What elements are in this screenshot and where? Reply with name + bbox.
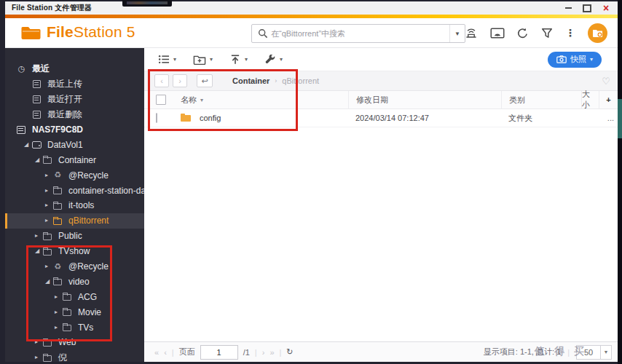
forward-button[interactable]: › (173, 74, 187, 87)
sidebar-item-label: 最近 (32, 63, 50, 75)
expand-arrow-icon[interactable]: ▸ (45, 202, 52, 208)
title-bar: File Station 文件管理器 × (5, 1, 618, 15)
table-header: 名称▾ 修改日期 类别 大小 + (144, 91, 618, 109)
refresh-icon[interactable] (517, 28, 529, 39)
recycle-icon: ♻ (52, 170, 63, 180)
row-checkbox[interactable] (156, 113, 157, 123)
collapse-arrow-icon[interactable]: ◢ (24, 142, 31, 148)
sidebar-item-tvshow[interactable]: ◢TVshow (5, 244, 144, 259)
row-checkbox-cell (144, 114, 176, 122)
sidebar-item-idx1[interactable]: 最近上传 (5, 76, 144, 92)
tools-button[interactable]: ▾ (259, 52, 288, 68)
search-input[interactable] (268, 29, 449, 38)
window-title: File Station 文件管理器 (12, 3, 92, 13)
column-header-modified[interactable]: 修改日期 (348, 91, 501, 108)
list-view-icon (158, 55, 170, 64)
sidebar-item-idx3[interactable]: 最近删除 (5, 107, 144, 122)
expand-arrow-icon[interactable]: ▸ (35, 339, 42, 345)
folder-icon (42, 232, 53, 241)
first-page-button[interactable]: « (154, 348, 159, 357)
sidebar-item-video[interactable]: ◢video (5, 274, 144, 289)
minimize-button[interactable] (564, 4, 572, 12)
sidebar-item-recycle[interactable]: ▸♻@Recycle (5, 167, 144, 183)
sidebar-item-it-tools[interactable]: ▸it-tools (5, 198, 144, 213)
header-icons: ⋮ (465, 18, 607, 47)
select-all-checkbox[interactable] (156, 95, 166, 105)
sidebar-item-tvs[interactable]: ▸TVs (5, 320, 144, 335)
sidebar-item-acg[interactable]: ▸ACG (5, 289, 144, 304)
column-header-type[interactable]: 类别 (501, 91, 581, 108)
add-column-button[interactable]: + (599, 91, 618, 108)
sidebar-item-label: Public (58, 231, 82, 241)
next-page-button[interactable]: › (262, 348, 265, 357)
expand-arrow-icon[interactable]: ▸ (55, 294, 62, 300)
sidebar-item-idx0[interactable]: ◷最近 (5, 61, 144, 76)
cast-to-screen-icon[interactable] (490, 28, 505, 39)
expand-arrow-icon[interactable]: ▸ (45, 188, 52, 194)
filter-icon[interactable] (541, 28, 553, 39)
status-bar: « ‹ | 页面 /1 | › » | ↻ 显示项目: 1-1, 总计: 1 | (144, 341, 618, 362)
sidebar-item-idx19[interactable]: ▸倪 (5, 350, 144, 362)
sidebar-item-label: @Recycle (68, 261, 109, 272)
up-level-button[interactable]: ↩ (197, 74, 213, 87)
new-folder-button[interactable]: ▾ (188, 52, 218, 68)
prev-page-button[interactable]: ‹ (164, 348, 167, 357)
folder-logo-icon (21, 25, 41, 40)
sidebar-item-qbittorrent[interactable]: ▸qBittorrent (5, 213, 144, 229)
sidebar-item-idx2[interactable]: 最近打开 (5, 92, 144, 107)
sidebar-item-container-station-data[interactable]: ▸container-station-data (5, 183, 144, 198)
breadcrumb-parent[interactable]: Container (232, 76, 269, 85)
sidebar-item-datavol1[interactable]: ◢DataVol1 (5, 137, 144, 152)
remote-mount-icon[interactable] (465, 27, 478, 39)
sidebar-item-label: ACG (78, 292, 97, 302)
expand-arrow-icon[interactable]: ▸ (35, 355, 42, 360)
collapse-arrow-icon[interactable]: ◢ (45, 279, 52, 285)
folder-icon (42, 353, 53, 362)
sidebar-item-label: 最近上传 (47, 78, 82, 90)
search-scope-dropdown[interactable]: ▼ (449, 25, 465, 42)
snapshot-button[interactable]: 快照 ▾ (548, 52, 602, 68)
file-modified: 2024/03/14 07:12:47 (348, 114, 501, 122)
folder-icon (52, 277, 63, 286)
sidebar-item-movie[interactable]: ▸Movie (5, 304, 144, 320)
main-toolbar: ▾ ▾ ▾ ▾ (144, 48, 618, 71)
table-row[interactable]: config2024/03/14 07:12:47文件夹... (144, 109, 618, 127)
folder-icon (52, 186, 63, 195)
search-icon (258, 28, 268, 39)
maximize-button[interactable] (583, 4, 591, 12)
folder-icon (62, 323, 73, 332)
favorite-heart-icon[interactable]: ♡ (602, 76, 610, 87)
page-size-select[interactable]: 50 ▼ (576, 345, 612, 360)
expand-arrow-icon[interactable]: ▸ (35, 233, 42, 239)
more-menu-icon[interactable]: ⋮ (565, 27, 575, 39)
sidebar-item-container[interactable]: ◢Container (5, 152, 144, 167)
expand-arrow-icon[interactable]: ▸ (45, 218, 52, 223)
upload-button[interactable]: ▾ (224, 52, 253, 68)
pagination: « ‹ | 页面 /1 | › » | ↻ (154, 345, 294, 360)
sidebar-item-web[interactable]: ▸Web (5, 335, 144, 350)
expand-arrow-icon[interactable]: ▸ (45, 173, 52, 178)
last-page-button[interactable]: » (269, 348, 274, 357)
column-header-name[interactable]: 名称▾ (176, 91, 348, 108)
expand-arrow-icon[interactable]: ▸ (55, 325, 62, 331)
new-folder-icon (193, 55, 206, 65)
filestation-app-badge[interactable] (588, 23, 607, 43)
main-panel: ▾ ▾ ▾ ▾ (144, 48, 618, 362)
expand-arrow-icon[interactable]: ▸ (55, 309, 62, 315)
sidebar-item-recycle[interactable]: ▸♻@Recycle (5, 259, 144, 274)
window-controls: × (564, 4, 610, 12)
expand-arrow-icon[interactable]: ▸ (45, 264, 52, 269)
sidebar-item-label: Movie (78, 307, 101, 317)
refresh-list-icon[interactable]: ↻ (286, 347, 293, 357)
close-button[interactable]: × (602, 4, 610, 12)
sidebar-item-nas7f9c8d[interactable]: NAS7F9C8D (5, 122, 144, 138)
view-mode-button[interactable]: ▾ (153, 52, 181, 67)
column-header-size[interactable]: 大小 (581, 91, 599, 108)
camera-icon (556, 55, 567, 63)
back-button[interactable]: ‹ (154, 74, 169, 87)
breadcrumb-current[interactable]: qBittorrent (282, 76, 319, 85)
collapse-arrow-icon[interactable]: ◢ (35, 157, 42, 163)
sidebar-item-public[interactable]: ▸Public (5, 229, 144, 244)
collapse-arrow-icon[interactable]: ◢ (35, 248, 42, 254)
page-number-input[interactable] (200, 345, 238, 360)
